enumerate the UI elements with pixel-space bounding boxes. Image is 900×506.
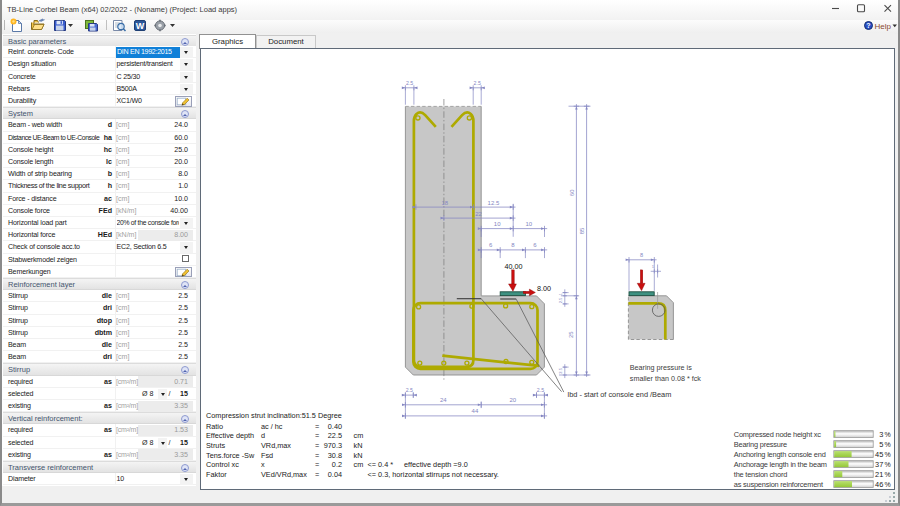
- svg-text:10: 10: [526, 221, 533, 227]
- svg-text:=: =: [315, 450, 319, 459]
- svg-text:30.8: 30.8: [328, 450, 342, 459]
- svg-text:0.40: 0.40: [328, 421, 342, 430]
- svg-text:%: %: [885, 441, 891, 448]
- svg-text:20: 20: [509, 397, 516, 403]
- svg-text:kN: kN: [354, 440, 363, 449]
- svg-text:?: ?: [866, 22, 870, 29]
- svg-text:40.00: 40.00: [504, 262, 522, 271]
- svg-text:25: 25: [568, 330, 574, 337]
- svg-text:Bearing pressure: Bearing pressure: [734, 440, 787, 449]
- svg-text:%: %: [885, 431, 891, 438]
- svg-text:Help: Help: [875, 22, 892, 31]
- svg-text:=: =: [315, 460, 319, 469]
- svg-text:<= 0.4 *: <= 0.4 *: [368, 460, 394, 469]
- svg-text:d: d: [261, 431, 265, 440]
- svg-text:18: 18: [441, 199, 448, 205]
- svg-text:Anchoring length console end: Anchoring length console end: [734, 450, 826, 459]
- svg-text:2.5: 2.5: [406, 80, 413, 86]
- svg-text:x: x: [261, 460, 265, 469]
- svg-text:Struts: Struts: [206, 440, 225, 449]
- svg-text:=: =: [315, 421, 319, 430]
- svg-text:6: 6: [533, 242, 537, 248]
- svg-text:Compression strut inclination:: Compression strut inclination:51.5 Degre…: [206, 411, 342, 420]
- svg-text:=: =: [315, 469, 319, 478]
- svg-text:Tens.force -Sw: Tens.force -Sw: [206, 450, 255, 459]
- svg-text:Compressed node height xc: Compressed node height xc: [734, 430, 822, 439]
- svg-text:2.5: 2.5: [558, 367, 563, 373]
- svg-text:8.00: 8.00: [537, 283, 551, 292]
- svg-text:5: 5: [879, 440, 883, 449]
- svg-text:2.5: 2.5: [537, 387, 544, 393]
- svg-text:kN: kN: [354, 450, 363, 459]
- svg-text:%: %: [885, 481, 891, 488]
- svg-text:Ratio: Ratio: [206, 421, 223, 430]
- svg-text:22: 22: [475, 210, 482, 216]
- svg-text:970.3: 970.3: [324, 440, 342, 449]
- svg-text:45: 45: [875, 450, 883, 459]
- svg-text:effective depth =9.0: effective depth =9.0: [404, 460, 468, 469]
- svg-text:Effective depth: Effective depth: [206, 431, 254, 440]
- svg-text:Control xc: Control xc: [206, 460, 239, 469]
- svg-text:37: 37: [875, 460, 883, 469]
- svg-text:Bearing pressure is: Bearing pressure is: [630, 363, 692, 372]
- svg-text:60: 60: [569, 188, 575, 195]
- svg-text:%: %: [885, 461, 891, 468]
- svg-text:8: 8: [511, 242, 515, 248]
- svg-text:<= 0.3, horizontal stirrups no: <= 0.3, horizontal stirrups not necessar…: [368, 469, 499, 478]
- svg-text:10: 10: [494, 221, 501, 227]
- svg-text:W: W: [136, 21, 145, 31]
- svg-text:46: 46: [875, 480, 883, 489]
- svg-text:VRd,max: VRd,max: [261, 440, 291, 449]
- svg-text:the tension chord: the tension chord: [734, 470, 787, 479]
- svg-text:cm: cm: [354, 431, 364, 440]
- svg-text:=: =: [315, 440, 319, 449]
- svg-text:3: 3: [879, 430, 883, 439]
- svg-text:1: 1: [558, 292, 563, 295]
- svg-text:21: 21: [875, 470, 883, 479]
- svg-text:2.5: 2.5: [474, 80, 481, 86]
- svg-text:2.5: 2.5: [406, 387, 413, 393]
- svg-text:Fsd: Fsd: [261, 450, 273, 459]
- svg-text:VEd/VRd,max: VEd/VRd,max: [261, 469, 307, 478]
- svg-text:2.5: 2.5: [558, 296, 563, 302]
- svg-text:Anchorage length in the beam: Anchorage length in the beam: [734, 460, 827, 469]
- svg-text:0.2: 0.2: [332, 460, 342, 469]
- svg-text:6: 6: [489, 242, 493, 248]
- svg-text:lbd - start of console end /Be: lbd - start of console end /Beam: [568, 390, 672, 399]
- svg-text:12.5: 12.5: [488, 199, 500, 205]
- svg-text:8: 8: [640, 252, 643, 258]
- svg-text:%: %: [885, 471, 891, 478]
- svg-text:0.04: 0.04: [328, 469, 342, 478]
- svg-text:85: 85: [579, 226, 585, 233]
- svg-text:ac / hc: ac / hc: [261, 421, 283, 430]
- svg-text:%: %: [885, 451, 891, 458]
- svg-text:smaller than 0.08 * fck: smaller than 0.08 * fck: [630, 374, 702, 383]
- svg-text:=: =: [315, 431, 319, 440]
- svg-text:Faktor: Faktor: [206, 469, 227, 478]
- svg-text:24: 24: [440, 397, 447, 403]
- svg-text:cm: cm: [354, 460, 364, 469]
- svg-text:22.5: 22.5: [328, 431, 342, 440]
- svg-text:44: 44: [472, 408, 479, 414]
- svg-text:as suspension reinforcement: as suspension reinforcement: [734, 480, 823, 489]
